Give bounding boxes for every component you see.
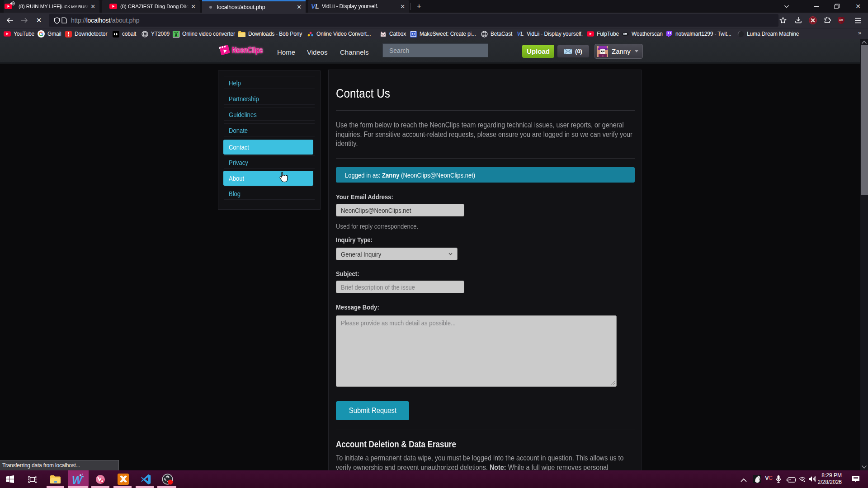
svg-text:uO: uO xyxy=(839,19,843,22)
svg-text:W: W xyxy=(72,474,83,486)
